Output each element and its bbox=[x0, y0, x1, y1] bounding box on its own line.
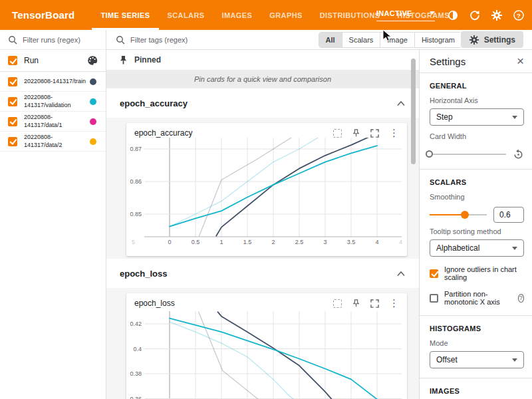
more-options-icon[interactable]: ⋮ bbox=[389, 129, 399, 138]
divider bbox=[420, 315, 532, 316]
section-header-epoch-accuracy[interactable]: epoch_accuracy bbox=[106, 88, 419, 118]
ignore-outliers-checkbox[interactable] bbox=[430, 269, 438, 278]
card-title: epoch_accuracy bbox=[134, 128, 333, 138]
select-all-runs-checkbox[interactable] bbox=[8, 56, 17, 65]
run-color-dot bbox=[90, 78, 96, 85]
run-checkbox[interactable] bbox=[8, 97, 17, 106]
card-title: epoch_loss bbox=[134, 299, 333, 308]
svg-text:2.5: 2.5 bbox=[295, 239, 304, 245]
svg-text:0.85: 0.85 bbox=[130, 211, 142, 217]
chevron-up-icon[interactable] bbox=[396, 270, 406, 277]
epoch-loss-chart[interactable]: 0.420.40.380.36 bbox=[126, 308, 407, 399]
settings-title: Settings bbox=[430, 56, 517, 67]
tab-images[interactable]: IMAGES bbox=[213, 0, 261, 30]
more-options-icon[interactable]: ⋮ bbox=[389, 299, 399, 308]
run-status-dropdown[interactable]: INACTIVE bbox=[376, 9, 435, 21]
svg-text:0.42: 0.42 bbox=[130, 321, 142, 327]
svg-text:1.5: 1.5 bbox=[243, 239, 252, 245]
chevron-up-icon[interactable] bbox=[396, 100, 406, 107]
general-heading: GENERAL bbox=[430, 82, 524, 90]
filter-runs-placeholder: Filter runs (regex) bbox=[23, 36, 80, 44]
tag-type-filter-group: All Scalars Image Histogram bbox=[319, 32, 462, 48]
chevron-down-icon bbox=[430, 11, 435, 15]
smoothing-input[interactable]: 0.6 bbox=[493, 207, 524, 223]
fullscreen-icon[interactable] bbox=[370, 129, 379, 138]
chevron-down-icon bbox=[512, 358, 517, 362]
run-row-train[interactable]: 20220808-141317/train bbox=[0, 72, 106, 92]
pinned-section: Pinned bbox=[106, 50, 419, 70]
tab-graphs[interactable]: GRAPHS bbox=[261, 0, 311, 30]
settings-button-label: Settings bbox=[484, 35, 515, 45]
gear-icon[interactable] bbox=[490, 9, 503, 22]
filter-tags-placeholder: Filter tags (regex) bbox=[130, 36, 188, 44]
run-color-dot bbox=[90, 118, 96, 125]
scalar-card-epoch-accuracy: epoch_accuracy ⋮ 0.870.860.8500.511.522 bbox=[126, 123, 407, 256]
epoch-accuracy-chart[interactable]: 0.870.860.8500.511.522.533.5454 bbox=[126, 138, 407, 252]
svg-text:0.86: 0.86 bbox=[130, 178, 142, 185]
help-icon[interactable]: ? bbox=[512, 9, 525, 22]
svg-text:0.38: 0.38 bbox=[130, 370, 142, 377]
run-checkbox[interactable] bbox=[8, 137, 17, 146]
card-width-slider[interactable] bbox=[430, 150, 506, 159]
chevron-down-icon bbox=[512, 247, 517, 250]
histogram-mode-select[interactable]: Offset bbox=[430, 351, 524, 368]
fit-domain-icon[interactable] bbox=[333, 129, 342, 138]
tab-time-series[interactable]: TIME SERIES bbox=[92, 0, 158, 30]
vertical-scrollbar[interactable] bbox=[411, 59, 416, 164]
horizontal-axis-select[interactable]: Step bbox=[430, 108, 524, 126]
partition-x-axis-checkbox[interactable] bbox=[430, 294, 438, 303]
scalars-heading: SCALARS bbox=[430, 178, 524, 186]
histogram-mode-label: Mode bbox=[430, 339, 524, 347]
run-name: 20220808-141317/data/1 bbox=[24, 114, 90, 129]
filter-tags-input[interactable]: Filter tags (regex) bbox=[106, 35, 188, 45]
tab-scalars[interactable]: SCALARS bbox=[159, 0, 213, 30]
reset-icon[interactable] bbox=[513, 149, 524, 160]
filter-histogram-button[interactable]: Histogram bbox=[414, 33, 462, 47]
run-row-data-1[interactable]: 20220808-141317/data/1 bbox=[0, 112, 106, 132]
smoothing-slider[interactable] bbox=[430, 210, 487, 219]
dark-mode-toggle-icon[interactable] bbox=[446, 9, 460, 22]
images-heading: IMAGES bbox=[430, 387, 524, 395]
horizontal-axis-label: Horizontal Axis bbox=[430, 96, 524, 104]
app-logo: TensorBoard bbox=[12, 9, 74, 21]
svg-text:0.5: 0.5 bbox=[192, 239, 200, 245]
fit-domain-icon[interactable] bbox=[333, 299, 342, 308]
settings-button[interactable]: Settings bbox=[461, 31, 523, 48]
filter-all-button[interactable]: All bbox=[319, 33, 342, 47]
run-name: 20220808-141317/train bbox=[24, 78, 90, 86]
section-title: epoch_loss bbox=[120, 269, 396, 279]
help-icon[interactable]: ? bbox=[518, 294, 524, 303]
scalar-card-epoch-loss: epoch_loss ⋮ 0.420.40.380.36 bbox=[126, 293, 407, 399]
tooltip-sorting-select[interactable]: Alphabetical bbox=[430, 239, 524, 257]
refresh-icon[interactable] bbox=[468, 9, 481, 22]
svg-text:0: 0 bbox=[168, 239, 171, 245]
search-icon bbox=[8, 35, 17, 45]
divider bbox=[420, 169, 532, 170]
pin-icon[interactable] bbox=[352, 128, 360, 138]
run-list-header: Run bbox=[0, 50, 106, 72]
section-header-epoch-loss[interactable]: epoch_loss bbox=[106, 259, 419, 288]
close-icon[interactable]: × bbox=[517, 56, 524, 66]
run-color-dot bbox=[90, 138, 96, 145]
palette-icon[interactable] bbox=[87, 55, 98, 66]
run-checkbox[interactable] bbox=[8, 117, 17, 126]
run-checkbox[interactable] bbox=[8, 77, 17, 86]
ignore-outliers-row[interactable]: Ignore outliers in chart scaling bbox=[430, 265, 524, 281]
filter-runs-input[interactable]: Filter runs (regex) bbox=[0, 30, 106, 50]
pin-icon[interactable] bbox=[352, 299, 360, 308]
dashboard-scroll-area: Pinned Pin cards for a quick view and co… bbox=[106, 50, 419, 399]
svg-text:3: 3 bbox=[323, 239, 327, 245]
run-row-data-2[interactable]: 20220808-141317/data/2 bbox=[0, 132, 106, 152]
divider bbox=[420, 378, 532, 378]
pinned-label: Pinned bbox=[134, 55, 161, 65]
filter-scalars-button[interactable]: Scalars bbox=[342, 33, 380, 47]
run-row-validation[interactable]: 20220808-141317/validation bbox=[0, 92, 106, 112]
section-title: epoch_accuracy bbox=[120, 98, 396, 108]
svg-text:0.4: 0.4 bbox=[133, 346, 142, 352]
run-status-value: INACTIVE bbox=[376, 9, 412, 17]
svg-text:3.5: 3.5 bbox=[347, 239, 356, 245]
runs-sidebar: Filter runs (regex) Run 20220808-141317/… bbox=[0, 30, 106, 399]
filter-image-button[interactable]: Image bbox=[380, 33, 414, 47]
fullscreen-icon[interactable] bbox=[370, 299, 379, 308]
partition-x-axis-row[interactable]: Partition non-monotonic X axis ? bbox=[430, 290, 524, 306]
